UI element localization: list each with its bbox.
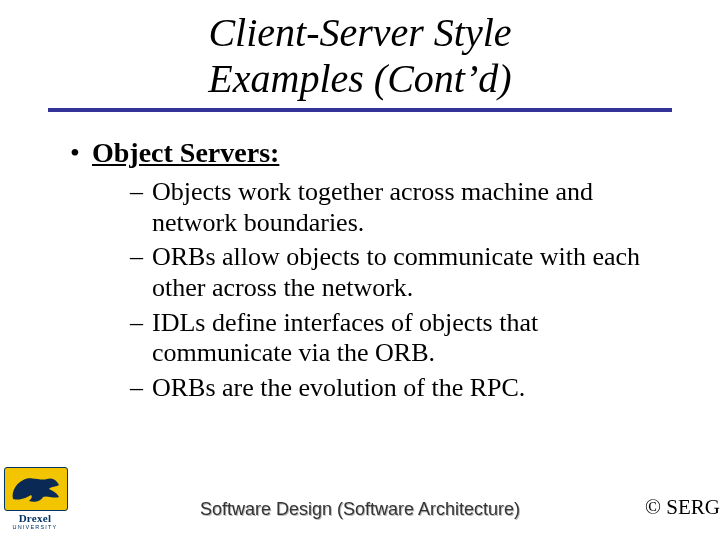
- title-line-1: Client-Server Style: [0, 10, 720, 56]
- sub-bullet-list: – Objects work together across machine a…: [130, 177, 660, 404]
- dash-icon: –: [130, 177, 152, 238]
- list-item-text: Objects work together across machine and…: [152, 177, 660, 238]
- logo-subtitle: UNIVERSITY: [4, 524, 66, 530]
- slide-body: • Object Servers: – Objects work togethe…: [0, 112, 720, 404]
- footer-copyright: © SERG: [645, 495, 720, 520]
- title-line-2: Examples (Cont’d): [0, 56, 720, 102]
- list-item: – ORBs allow objects to communicate with…: [130, 242, 660, 303]
- slide: Client-Server Style Examples (Cont’d) • …: [0, 0, 720, 540]
- list-item: – ORBs are the evolution of the RPC.: [130, 373, 660, 404]
- bullet-text: Object Servers:: [92, 136, 279, 169]
- bullet-object-servers: • Object Servers:: [70, 136, 680, 169]
- list-item-text: ORBs allow objects to communicate with e…: [152, 242, 660, 303]
- list-item-text: IDLs define interfaces of objects that c…: [152, 308, 660, 369]
- footer-center-text: Software Design (Software Architecture): [0, 499, 720, 520]
- list-item: – IDLs define interfaces of objects that…: [130, 308, 660, 369]
- slide-footer: Drexel UNIVERSITY Software Design (Softw…: [0, 476, 720, 532]
- dash-icon: –: [130, 242, 152, 303]
- slide-title: Client-Server Style Examples (Cont’d): [0, 0, 720, 102]
- list-item-text: ORBs are the evolution of the RPC.: [152, 373, 525, 404]
- list-item: – Objects work together across machine a…: [130, 177, 660, 238]
- dash-icon: –: [130, 308, 152, 369]
- bullet-marker: •: [70, 136, 92, 169]
- dash-icon: –: [130, 373, 152, 404]
